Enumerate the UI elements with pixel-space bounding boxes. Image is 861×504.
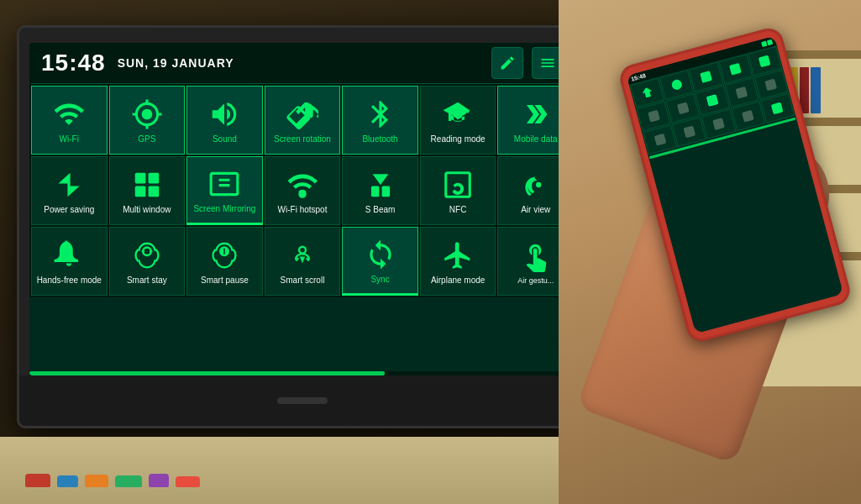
airplane-mode-label: Airplane mode — [431, 276, 485, 286]
qs-sound[interactable]: Sound — [186, 86, 263, 155]
qs-hands-free[interactable]: Hands-free mode — [31, 227, 108, 296]
shelf-item-4 — [115, 475, 142, 487]
qs-smart-scroll[interactable]: Smart scroll — [265, 227, 341, 296]
qs-airplane-mode[interactable]: Airplane mode — [420, 227, 496, 296]
qs-smart-pause[interactable]: Smart pause — [186, 227, 263, 296]
tv-screen: 15:48 SUN, 19 JANUARY — [29, 43, 575, 375]
smart-pause-icon — [207, 239, 241, 272]
tv-logo — [277, 397, 328, 404]
svg-point-14 — [299, 247, 306, 254]
svg-rect-0 — [135, 173, 146, 184]
person-area: 15:48 — [559, 0, 861, 504]
shelf-item-2 — [57, 475, 78, 487]
power-saving-label: Power saving — [44, 205, 94, 215]
svg-rect-6 — [381, 186, 390, 197]
qs-smart-stay[interactable]: Smart stay — [109, 227, 186, 296]
wifi-hotspot-label: Wi-Fi hotspot — [278, 205, 328, 215]
svg-rect-2 — [135, 186, 146, 197]
qs-bluetooth[interactable]: Bluetooth — [342, 86, 418, 155]
air-view-icon — [519, 168, 553, 202]
gps-icon — [130, 97, 164, 131]
qs-power-saving[interactable]: Power saving — [31, 156, 108, 225]
svg-rect-5 — [370, 186, 379, 197]
mobile-data-label: Mobile data — [514, 134, 558, 144]
s-beam-label: S Beam — [365, 205, 396, 215]
sound-label: Sound — [213, 134, 237, 144]
airplane-mode-icon — [441, 239, 475, 272]
qs-wifi[interactable]: Wi-Fi — [31, 86, 108, 155]
sound-icon — [207, 97, 241, 131]
arm-container: 15:48 — [559, 0, 844, 504]
svg-rect-13 — [225, 249, 228, 255]
screen-content: 15:48 SUN, 19 JANUARY — [29, 43, 575, 375]
multi-window-icon — [130, 168, 164, 202]
wifi-label: Wi-Fi — [60, 134, 79, 144]
shelf-item-1 — [25, 474, 50, 487]
qs-screen-mirroring[interactable]: Screen Mirroring — [186, 156, 263, 225]
air-gesture-icon — [519, 239, 553, 273]
s-beam-icon — [364, 168, 397, 202]
reading-mode-icon — [441, 97, 475, 131]
reading-mode-label: Reading mode — [431, 134, 486, 144]
qs-gps[interactable]: GPS — [109, 86, 186, 155]
edit-button[interactable] — [491, 47, 523, 79]
qs-wifi-hotspot[interactable]: Wi-Fi hotspot — [265, 156, 341, 225]
svg-rect-12 — [221, 249, 223, 255]
mobile-data-icon — [519, 97, 553, 131]
screen-mirroring-label: Screen Mirroring — [193, 204, 255, 214]
svg-point-4 — [298, 190, 307, 198]
bluetooth-label: Bluetooth — [362, 134, 397, 144]
screen-rotation-label: Screen rotation — [274, 134, 331, 144]
smart-stay-label: Smart stay — [127, 276, 167, 286]
smart-pause-label: Smart pause — [201, 276, 249, 286]
qs-multi-window[interactable]: Multi window — [109, 156, 186, 225]
gps-label: GPS — [138, 134, 155, 144]
svg-rect-3 — [148, 186, 159, 197]
qs-s-beam[interactable]: S Beam — [342, 156, 418, 225]
air-view-label: Air view — [521, 205, 550, 215]
tv-time: 15:48 — [41, 50, 106, 76]
tv-outer: 15:48 SUN, 19 JANUARY — [17, 25, 588, 428]
status-icons — [491, 47, 564, 79]
shelf-items — [25, 474, 200, 487]
svg-rect-1 — [148, 173, 159, 184]
qs-reading-mode[interactable]: Reading mode — [420, 86, 496, 155]
qs-sync[interactable]: Sync — [342, 227, 418, 296]
quick-settings-grid: Wi-Fi GPS — [29, 84, 575, 297]
status-bar: 15:48 SUN, 19 JANUARY — [29, 43, 575, 83]
sync-label: Sync — [370, 275, 389, 285]
hands-free-icon — [52, 239, 86, 272]
bluetooth-icon — [364, 97, 397, 131]
shelf-item-5 — [149, 474, 169, 487]
nfc-label: NFC — [449, 205, 467, 215]
shelf-item-6 — [176, 476, 200, 487]
smart-scroll-icon — [286, 239, 319, 272]
smart-scroll-label: Smart scroll — [281, 276, 325, 286]
bottom-shelf — [0, 437, 592, 504]
tv-bottom-bezel — [19, 375, 585, 426]
screen-rotation-icon — [286, 97, 319, 131]
shelf-item-3 — [85, 475, 108, 487]
nfc-icon — [441, 168, 475, 202]
hands-free-label: Hands-free mode — [37, 276, 102, 286]
sync-icon — [364, 238, 397, 271]
screen-mirroring-icon — [207, 167, 241, 201]
tv-date: SUN, 19 JANUARY — [118, 56, 491, 70]
wifi-icon — [52, 97, 86, 131]
multi-window-label: Multi window — [123, 205, 171, 215]
wifi-hotspot-icon — [286, 168, 319, 202]
power-saving-icon — [52, 168, 86, 202]
qs-nfc[interactable]: NFC — [420, 156, 496, 225]
smart-stay-icon — [130, 239, 164, 272]
svg-point-10 — [150, 250, 152, 253]
svg-point-9 — [142, 250, 144, 253]
svg-point-7 — [536, 182, 541, 187]
air-gesture-label: Air gestu... — [517, 276, 554, 286]
qs-screen-rotation[interactable]: Screen rotation — [265, 86, 341, 155]
